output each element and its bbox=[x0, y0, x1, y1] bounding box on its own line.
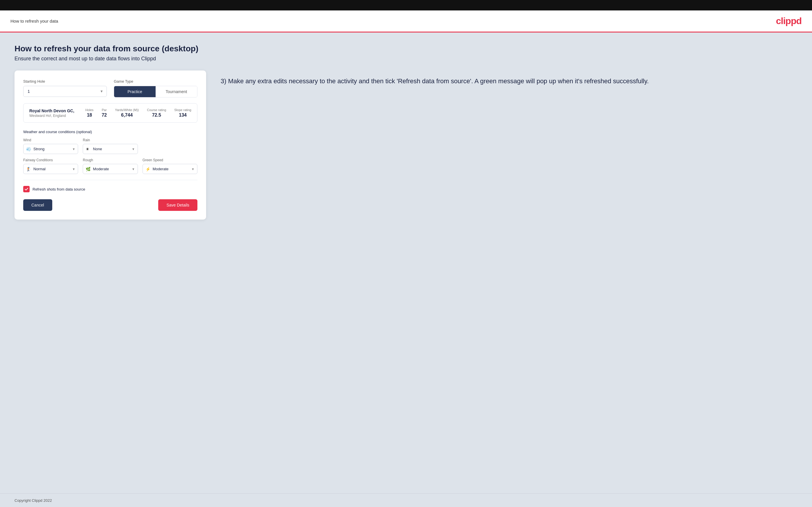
rough-group: Rough 🌿 Moderate ▼ bbox=[83, 158, 138, 174]
yards-stat: Yards/White (M)) 6,744 bbox=[115, 108, 139, 118]
starting-hole-label: Starting Hole bbox=[23, 79, 107, 83]
rough-label: Rough bbox=[83, 158, 138, 162]
green-speed-group: Green Speed ⚡ Moderate ▼ bbox=[143, 158, 197, 174]
checkmark-icon bbox=[24, 187, 29, 191]
main-content: How to refresh your data from source (de… bbox=[0, 33, 812, 493]
form-actions: Cancel Save Details bbox=[23, 199, 197, 211]
instructions-text: 3) Make any extra edits necessary to the… bbox=[221, 76, 798, 86]
rain-select[interactable]: None bbox=[83, 144, 138, 154]
course-name: Royal North Devon GC, bbox=[29, 109, 74, 113]
game-type-label: Game Type bbox=[114, 79, 197, 83]
slope-rating-value: 134 bbox=[179, 113, 187, 118]
page-subheading: Ensure the correct and most up to date d… bbox=[14, 56, 798, 62]
rain-label: Rain bbox=[83, 138, 138, 142]
slope-rating-label: Slope rating bbox=[174, 108, 191, 112]
game-type-group: Game Type Practice Tournament bbox=[114, 79, 197, 98]
course-location: Westward Ho!, England bbox=[29, 114, 74, 118]
cancel-button[interactable]: Cancel bbox=[23, 199, 52, 211]
rough-select[interactable]: Moderate bbox=[83, 164, 138, 174]
holes-label: Holes bbox=[85, 108, 94, 112]
slope-rating-stat: Slope rating 134 bbox=[174, 108, 191, 118]
par-label: Par bbox=[102, 108, 107, 112]
form-divider bbox=[23, 180, 197, 180]
content-row: Starting Hole 1 ▼ Game Type Practice Tou… bbox=[14, 70, 798, 220]
par-value: 72 bbox=[102, 113, 107, 118]
green-speed-select-wrapper: ⚡ Moderate ▼ bbox=[143, 164, 197, 174]
starting-hole-select[interactable]: 1 bbox=[23, 86, 107, 97]
wind-group: Wind 💨 Strong ▼ bbox=[23, 138, 78, 154]
conditions-row-2: Fairway Conditions 🏌 Normal ▼ Rough 🌿 bbox=[23, 158, 197, 174]
conditions-row-1: Wind 💨 Strong ▼ Rain ☀ None bbox=[23, 138, 197, 154]
course-stats: Holes 18 Par 72 Yards/White (M)) 6,744 C… bbox=[85, 108, 191, 118]
par-stat: Par 72 bbox=[102, 108, 107, 118]
fairway-select-wrapper: 🏌 Normal ▼ bbox=[23, 164, 78, 174]
course-card: Royal North Devon GC, Westward Ho!, Engl… bbox=[23, 103, 197, 123]
refresh-checkbox-label: Refresh shots from data source bbox=[33, 187, 85, 191]
page-heading: How to refresh your data from source (de… bbox=[14, 44, 798, 53]
rough-select-wrapper: 🌿 Moderate ▼ bbox=[83, 164, 138, 174]
yards-value: 6,744 bbox=[121, 113, 133, 118]
holes-stat: Holes 18 bbox=[85, 108, 94, 118]
fairway-label: Fairway Conditions bbox=[23, 158, 78, 162]
practice-button[interactable]: Practice bbox=[114, 86, 156, 97]
tournament-button[interactable]: Tournament bbox=[156, 86, 197, 97]
instructions-panel: 3) Make any extra edits necessary to the… bbox=[218, 70, 798, 86]
rain-select-wrapper: ☀ None ▼ bbox=[83, 144, 138, 154]
footer-text: Copyright Clippd 2022 bbox=[14, 498, 52, 503]
course-rating-value: 72.5 bbox=[152, 113, 161, 118]
green-speed-label: Green Speed bbox=[143, 158, 197, 162]
course-info: Royal North Devon GC, Westward Ho!, Engl… bbox=[29, 109, 74, 118]
wind-label: Wind bbox=[23, 138, 78, 142]
save-button[interactable]: Save Details bbox=[158, 199, 197, 211]
starting-hole-group: Starting Hole 1 ▼ bbox=[23, 79, 107, 98]
course-rating-stat: Course rating 72.5 bbox=[147, 108, 166, 118]
rain-group: Rain ☀ None ▼ bbox=[83, 138, 138, 154]
green-speed-select[interactable]: Moderate bbox=[143, 164, 197, 174]
game-type-toggle: Practice Tournament bbox=[114, 86, 197, 98]
top-bar bbox=[0, 0, 812, 10]
refresh-checkbox[interactable] bbox=[23, 186, 30, 192]
fairway-group: Fairway Conditions 🏌 Normal ▼ bbox=[23, 158, 78, 174]
holes-value: 18 bbox=[87, 113, 92, 118]
yards-label: Yards/White (M)) bbox=[115, 108, 139, 112]
wind-select[interactable]: Strong bbox=[23, 144, 78, 154]
form-panel: Starting Hole 1 ▼ Game Type Practice Tou… bbox=[14, 70, 206, 220]
form-top-row: Starting Hole 1 ▼ Game Type Practice Tou… bbox=[23, 79, 197, 98]
weather-section-label: Weather and course conditions (optional) bbox=[23, 130, 197, 134]
fairway-select[interactable]: Normal bbox=[23, 164, 78, 174]
header-title: How to refresh your data bbox=[10, 18, 58, 23]
footer: Copyright Clippd 2022 bbox=[0, 493, 812, 507]
wind-select-wrapper: 💨 Strong ▼ bbox=[23, 144, 78, 154]
header: How to refresh your data clippd bbox=[0, 10, 812, 33]
course-rating-label: Course rating bbox=[147, 108, 166, 112]
logo: clippd bbox=[776, 16, 802, 26]
starting-hole-wrapper: 1 ▼ bbox=[23, 86, 107, 97]
refresh-checkbox-row[interactable]: Refresh shots from data source bbox=[23, 186, 197, 192]
